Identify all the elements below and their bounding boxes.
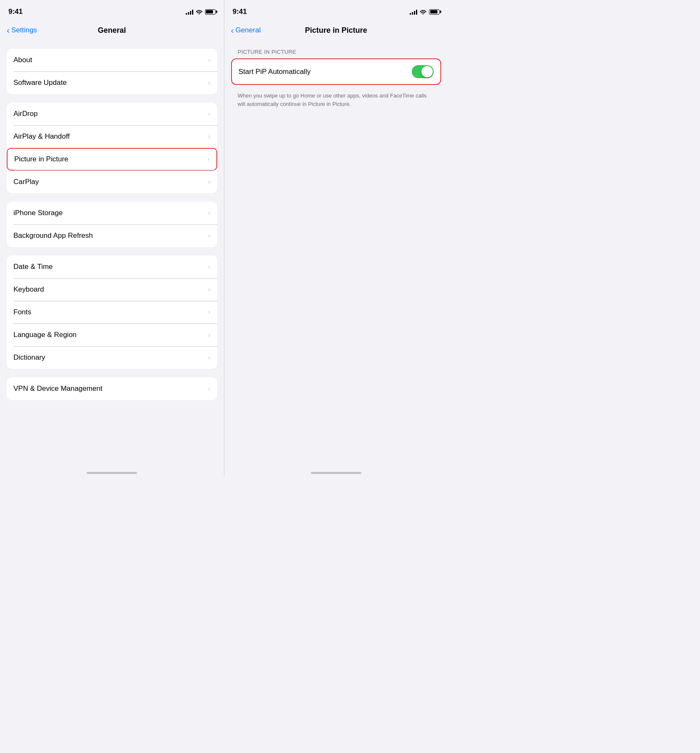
left-group-3: iPhone Storage › Background App Refresh … (7, 202, 217, 247)
right-wifi-icon (420, 9, 426, 14)
pip-section-header: PICTURE IN PICTURE (231, 49, 442, 58)
airplay-handoff-label: AirPlay & Handoff (13, 132, 208, 141)
about-label: About (13, 56, 208, 64)
left-status-bar: 9:41 (0, 0, 224, 20)
keyboard-row[interactable]: Keyboard › (7, 278, 217, 301)
left-group-2: AirDrop › AirPlay & Handoff › Picture in… (7, 103, 217, 193)
vpn-device-row[interactable]: VPN & Device Management › (7, 377, 217, 400)
left-group-1: About › Software Update › (7, 49, 217, 94)
fonts-row[interactable]: Fonts › (7, 301, 217, 324)
right-status-icons (410, 9, 439, 15)
pip-toggle-row[interactable]: Start PiP Automatically (232, 59, 441, 84)
airdrop-row[interactable]: AirDrop › (7, 103, 217, 125)
right-signal-icon (410, 9, 417, 15)
right-back-button[interactable]: ‹ General (231, 26, 261, 34)
language-region-label: Language & Region (13, 331, 208, 339)
pip-toggle-label: Start PiP Automatically (239, 68, 412, 76)
pip-toggle-switch[interactable] (412, 65, 434, 78)
carplay-label: CarPlay (13, 178, 208, 186)
left-group-4: Date & Time › Keyboard › Fonts › Languag… (7, 255, 217, 369)
wifi-icon (196, 9, 203, 14)
right-screen: 9:41 ‹ General Picture in Picture PICTUR… (224, 0, 448, 476)
airdrop-chevron-icon: › (208, 110, 210, 118)
iphone-storage-row[interactable]: iPhone Storage › (7, 202, 217, 224)
iphone-storage-label: iPhone Storage (13, 209, 208, 217)
right-home-bar (311, 472, 361, 474)
dictionary-chevron-icon: › (208, 354, 210, 361)
pip-description: When you swipe up to go Home or use othe… (231, 89, 442, 115)
left-screen: 9:41 ‹ Settings General About › (0, 0, 224, 476)
background-app-refresh-row[interactable]: Background App Refresh › (7, 224, 217, 247)
right-home-indicator (224, 469, 448, 476)
about-row[interactable]: About › (7, 49, 217, 71)
background-app-refresh-label: Background App Refresh (13, 232, 208, 240)
right-nav-title: Picture in Picture (305, 26, 367, 35)
fonts-label: Fonts (13, 308, 208, 316)
language-region-chevron-icon: › (208, 331, 210, 339)
right-back-label: General (235, 26, 261, 34)
carplay-row[interactable]: CarPlay › (7, 171, 217, 193)
right-battery-icon (429, 9, 439, 15)
keyboard-label: Keyboard (13, 285, 208, 294)
picture-in-picture-row[interactable]: Picture in Picture › (7, 148, 217, 171)
picture-in-picture-chevron-icon: › (207, 155, 209, 163)
left-group-5: VPN & Device Management › (7, 377, 217, 400)
vpn-device-chevron-icon: › (208, 385, 210, 392)
dictionary-row[interactable]: Dictionary › (7, 346, 217, 369)
left-status-icons (186, 9, 216, 15)
software-update-chevron-icon: › (208, 79, 210, 87)
left-home-indicator (0, 469, 224, 476)
left-back-chevron-icon: ‹ (7, 26, 10, 34)
about-chevron-icon: › (208, 56, 210, 64)
left-nav-title: General (98, 26, 126, 35)
airplay-handoff-chevron-icon: › (208, 133, 210, 140)
software-update-row[interactable]: Software Update › (7, 71, 217, 94)
date-time-chevron-icon: › (208, 263, 210, 271)
right-status-bar: 9:41 (224, 0, 448, 20)
carplay-chevron-icon: › (208, 178, 210, 186)
airdrop-label: AirDrop (13, 110, 208, 118)
keyboard-chevron-icon: › (208, 286, 210, 293)
pip-toggle-thumb (421, 66, 433, 77)
right-scroll-content: PICTURE IN PICTURE Start PiP Automatical… (224, 44, 448, 469)
language-region-row[interactable]: Language & Region › (7, 324, 217, 346)
left-home-bar (87, 472, 137, 474)
vpn-device-label: VPN & Device Management (13, 384, 208, 393)
date-time-row[interactable]: Date & Time › (7, 255, 217, 278)
right-back-chevron-icon: ‹ (231, 26, 234, 34)
left-nav-bar: ‹ Settings General (0, 20, 224, 44)
software-update-label: Software Update (13, 79, 208, 87)
signal-icon (186, 9, 193, 15)
dictionary-label: Dictionary (13, 353, 208, 362)
left-scroll-content: About › Software Update › AirDrop › AirP… (0, 44, 224, 469)
background-app-refresh-chevron-icon: › (208, 232, 210, 240)
iphone-storage-chevron-icon: › (208, 209, 210, 217)
picture-in-picture-label: Picture in Picture (14, 155, 207, 163)
left-back-label: Settings (11, 26, 37, 34)
right-nav-bar: ‹ General Picture in Picture (224, 20, 448, 44)
date-time-label: Date & Time (13, 263, 208, 271)
airplay-handoff-row[interactable]: AirPlay & Handoff › (7, 125, 217, 148)
fonts-chevron-icon: › (208, 308, 210, 316)
battery-icon (205, 9, 216, 15)
left-time: 9:41 (8, 8, 23, 16)
pip-group: Start PiP Automatically (231, 58, 442, 85)
left-back-button[interactable]: ‹ Settings (7, 26, 37, 34)
right-time: 9:41 (233, 8, 247, 16)
